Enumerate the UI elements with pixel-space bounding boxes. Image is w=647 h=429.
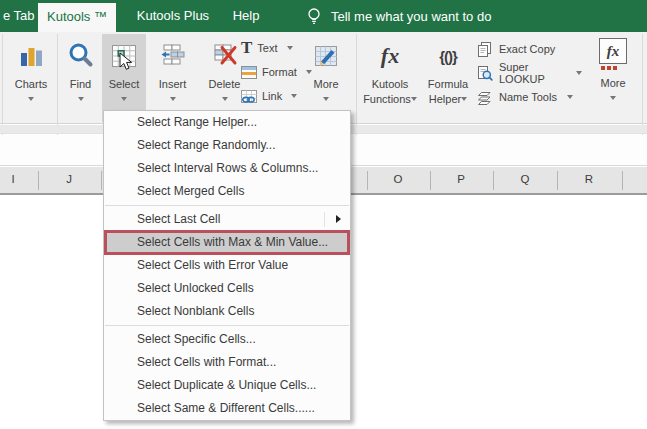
dropdown-caret-icon — [323, 97, 329, 101]
fx-box-icon: fx — [589, 37, 637, 71]
dropdown-caret-icon — [222, 97, 228, 101]
mouse-cursor — [119, 52, 133, 76]
tell-me-box[interactable]: Tell me what you want to do — [306, 0, 491, 32]
more-formula-label: More — [589, 77, 637, 90]
name-tools-label: Name Tools — [499, 91, 557, 103]
column-header[interactable]: J — [66, 173, 72, 185]
text-label: Text — [257, 42, 277, 54]
format-label: Format — [262, 66, 297, 78]
menu-item-select-duplicate-unique-cells[interactable]: Select Duplicate & Unique Cells... — [104, 374, 350, 397]
bar-chart-icon — [7, 37, 55, 75]
exact-copy-button[interactable]: Exact Copy — [476, 38, 582, 60]
dropdown-caret-icon — [576, 71, 582, 75]
dropdown-caret-icon — [610, 96, 616, 100]
kutools-functions-label: Kutools Functions — [360, 78, 420, 106]
dropdown-caret-icon — [287, 46, 293, 50]
column-header[interactable]: Q — [521, 173, 530, 185]
text-icon: T — [241, 40, 252, 56]
menu-item-select-cells-max-min-value[interactable]: Select Cells with Max & Min Value... — [104, 230, 350, 255]
magnifier-icon — [60, 37, 101, 75]
kutools-functions-button[interactable]: fx Kutools Functions — [360, 34, 420, 122]
excel-window: e Tab Kutools ™ Kutools Plus Help Tell m… — [0, 0, 647, 429]
lightbulb-icon — [306, 6, 322, 26]
column-divider — [101, 171, 102, 190]
menu-item-select-same-different-cells[interactable]: Select Same & Different Cells...... — [104, 397, 350, 420]
dropdown-caret-icon — [121, 97, 127, 101]
menu-item-select-cells-with-format[interactable]: Select Cells with Format... — [104, 351, 350, 374]
edit-grid-pencil-icon — [303, 37, 349, 75]
fx-icon: fx — [360, 37, 420, 75]
column-divider — [38, 171, 39, 190]
dropdown-caret-icon — [78, 97, 84, 101]
dropdown-caret-icon — [461, 97, 467, 101]
column-header[interactable]: O — [394, 173, 403, 185]
copy-pages-icon — [476, 41, 493, 57]
tab-kutools[interactable]: Kutools ™ — [38, 3, 116, 32]
menu-item-select-nonblank-cells[interactable]: Select Nonblank Cells — [104, 300, 350, 323]
formula-helper-button[interactable]: {()} Formula Helper — [422, 34, 474, 122]
find-button[interactable]: Find — [60, 34, 101, 122]
column-header[interactable]: P — [457, 173, 465, 185]
menu-item-select-cells-error-value[interactable]: Select Cells with Error Value — [104, 254, 350, 277]
super-lookup-button[interactable]: Super LOOKUP — [476, 62, 582, 84]
column-divider — [622, 171, 623, 190]
select-label: Select — [102, 78, 146, 91]
insert-label: Insert — [149, 78, 196, 91]
tell-me-label: Tell me what you want to do — [331, 9, 491, 24]
name-tags-icon — [476, 89, 493, 105]
link-icon — [241, 89, 257, 104]
menu-item-select-range-helper[interactable]: Select Range Helper... — [104, 111, 350, 134]
column-header[interactable]: R — [585, 173, 593, 185]
exact-copy-label: Exact Copy — [499, 43, 555, 55]
insert-cells-icon — [149, 37, 196, 75]
menu-item-select-interval-rows-columns[interactable]: Select Interval Rows & Columns... — [104, 157, 350, 180]
dropdown-caret-icon — [28, 97, 34, 101]
find-label: Find — [60, 78, 101, 91]
lookup-magnifier-icon — [476, 65, 493, 81]
link-label: Link — [262, 90, 282, 102]
menu-item-select-range-randomly[interactable]: Select Range Randomly... — [104, 134, 350, 157]
dropdown-caret-icon — [291, 94, 297, 98]
tab-partial[interactable]: e Tab — [3, 0, 35, 32]
column-divider — [493, 171, 494, 190]
more-formula-button[interactable]: fx More — [589, 34, 637, 122]
menu-item-select-specific-cells[interactable]: Select Specific Cells... — [104, 328, 350, 351]
name-tools-button[interactable]: Name Tools — [476, 86, 582, 108]
submenu-arrow-icon — [336, 215, 341, 223]
menu-item-select-unlocked-cells[interactable]: Select Unlocked Cells — [104, 277, 350, 300]
column-header[interactable]: I — [11, 173, 14, 185]
charts-label: Charts — [7, 78, 55, 91]
menu-item-select-merged-cells[interactable]: Select Merged Cells — [104, 180, 350, 203]
dropdown-caret-icon — [170, 97, 176, 101]
select-dropdown-menu: Select Range Helper... Select Range Rand… — [103, 110, 351, 421]
braces-icon: {()} — [422, 37, 474, 75]
menu-item-select-last-cell[interactable]: Select Last Cell — [104, 208, 350, 231]
tab-help[interactable]: Help — [224, 0, 268, 32]
charts-button[interactable]: Charts — [7, 34, 55, 122]
column-divider — [367, 171, 368, 190]
column-divider — [430, 171, 431, 190]
more-editing-button[interactable]: More — [303, 34, 349, 122]
super-lookup-label: Super LOOKUP — [499, 61, 566, 85]
more-editing-label: More — [303, 78, 349, 91]
dropdown-caret-icon — [567, 95, 573, 99]
format-icon — [241, 65, 257, 80]
dropdown-caret-icon — [411, 97, 417, 101]
tab-kutools-plus[interactable]: Kutools Plus — [126, 0, 220, 32]
formula-helper-label: Formula Helper — [422, 78, 474, 106]
insert-button[interactable]: Insert — [149, 34, 196, 122]
select-button[interactable]: Select — [102, 34, 146, 122]
ribbon-tab-bar: e Tab Kutools ™ Kutools Plus Help Tell m… — [0, 0, 647, 32]
column-divider — [557, 171, 558, 190]
